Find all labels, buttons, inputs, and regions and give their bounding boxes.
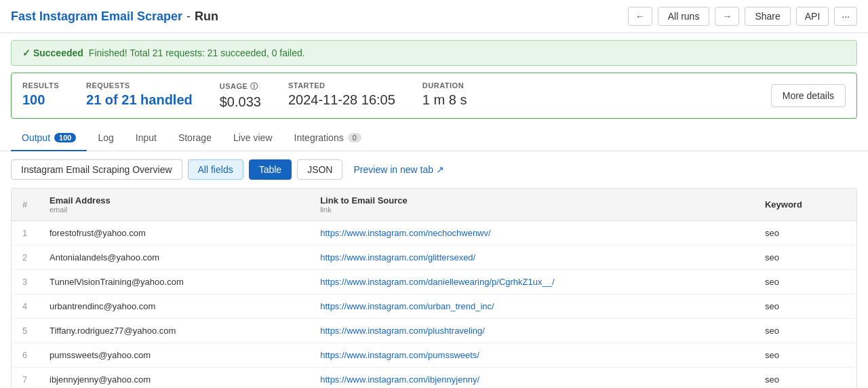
duration-label: DURATION [422, 81, 467, 90]
cell-keyword: seo [754, 221, 856, 246]
table-row: 4 urbantrendinc@yahoo.com https://www.in… [12, 294, 856, 319]
more-options-button[interactable]: ··· [834, 7, 857, 26]
cell-num: 1 [12, 221, 39, 246]
tab-integrations-label: Integrations [294, 132, 344, 143]
cell-email: TunnelVisionTraining@yahoo.com [39, 270, 309, 294]
table-row: 6 pumssweets@yahoo.com https://www.insta… [12, 343, 856, 368]
cell-email: forestofrust@yahoo.com [39, 221, 309, 246]
stats-row: RESULTS 100 REQUESTS 21 of 21 handled US… [11, 73, 857, 119]
tab-output-label: Output [22, 132, 50, 143]
cell-num: 2 [12, 246, 39, 270]
success-check-label: ✓ Succeeded [22, 47, 83, 58]
cell-email: urbantrendinc@yahoo.com [39, 294, 309, 319]
table-header: # Email Address email Link to Email Sour… [12, 189, 856, 221]
tab-integrations[interactable]: Integrations 0 [283, 125, 372, 151]
stat-results: RESULTS 100 [22, 81, 59, 108]
cell-keyword: seo [754, 270, 856, 294]
cell-num: 7 [12, 368, 39, 389]
requests-label: REQUESTS [86, 81, 193, 90]
cell-keyword: seo [754, 294, 856, 319]
tabs-bar: Output 100 Log Input Storage Live view I… [0, 125, 868, 151]
table-row: 7 ibjennyjenny@yahoo.com https://www.ins… [12, 368, 856, 389]
nav-forward-button[interactable]: → [715, 7, 739, 26]
col-header-email: Email Address email [39, 189, 309, 221]
tab-storage[interactable]: Storage [167, 125, 222, 151]
tab-output[interactable]: Output 100 [11, 125, 87, 151]
more-details-button[interactable]: More details [771, 84, 846, 107]
table-header-row: # Email Address email Link to Email Sour… [12, 189, 856, 221]
table-row: 5 Tiffany.rodriguez77@yahoo.com https://… [12, 319, 856, 343]
tab-storage-label: Storage [178, 132, 212, 143]
cell-keyword: seo [754, 368, 856, 389]
api-button[interactable]: API [796, 7, 829, 26]
app-title: Fast Instagram Email Scraper [11, 9, 182, 24]
all-fields-button[interactable]: All fields [188, 159, 243, 180]
tab-input[interactable]: Input [125, 125, 167, 151]
table-row: 3 TunnelVisionTraining@yahoo.com https:/… [12, 270, 856, 294]
table-button[interactable]: Table [249, 159, 292, 180]
all-runs-button[interactable]: All runs [658, 7, 710, 26]
results-table: # Email Address email Link to Email Sour… [12, 189, 856, 388]
tab-log[interactable]: Log [87, 125, 124, 151]
col-header-link-sub: link [320, 206, 743, 214]
stat-requests: REQUESTS 21 of 21 handled [86, 81, 193, 108]
results-label: RESULTS [22, 81, 59, 90]
table-row: 1 forestofrust@yahoo.com https://www.ins… [12, 221, 856, 246]
preview-new-tab-link[interactable]: Preview in new tab ↗ [353, 164, 443, 175]
success-banner: ✓ Succeeded Finished! Total 21 requests:… [11, 40, 857, 66]
cell-link[interactable]: https://www.instagram.com/nechochwenwv/ [309, 221, 754, 246]
cell-keyword: seo [754, 319, 856, 343]
cell-link[interactable]: https://www.instagram.com/plushtraveling… [309, 319, 754, 343]
overview-button[interactable]: Instagram Email Scraping Overview [11, 159, 182, 180]
cell-link[interactable]: https://www.instagram.com/daniellewearin… [309, 270, 754, 294]
cell-email: pumssweets@yahoo.com [39, 343, 309, 368]
stat-duration: DURATION 1 m 8 s [422, 81, 467, 108]
tab-input-label: Input [136, 132, 157, 143]
success-message: Finished! Total 21 requests: 21 succeede… [89, 47, 305, 58]
usage-value: $0.033 [220, 94, 261, 110]
cell-keyword: seo [754, 343, 856, 368]
cell-num: 3 [12, 270, 39, 294]
stat-usage: USAGE ⓘ $0.033 [220, 81, 261, 110]
header: Fast Instagram Email Scraper - Run ← All… [0, 0, 868, 33]
results-value: 100 [22, 92, 59, 108]
cell-email: Antonialandels@yahoo.com [39, 246, 309, 270]
requests-value: 21 of 21 handled [86, 92, 193, 108]
data-table-container: # Email Address email Link to Email Sour… [11, 188, 857, 388]
toolbar: Instagram Email Scraping Overview All fi… [0, 151, 868, 188]
title-separator: - [186, 9, 191, 24]
nav-back-button[interactable]: ← [628, 7, 652, 26]
cell-email: Tiffany.rodriguez77@yahoo.com [39, 319, 309, 343]
cell-link[interactable]: https://www.instagram.com/ibjennyjenny/ [309, 368, 754, 389]
col-header-keyword: Keyword [754, 189, 856, 221]
started-label: STARTED [288, 81, 395, 90]
tab-liveview[interactable]: Live view [222, 125, 283, 151]
json-button[interactable]: JSON [297, 159, 342, 180]
tab-log-label: Log [98, 132, 113, 143]
run-label: Run [195, 9, 218, 24]
duration-value: 1 m 8 s [422, 92, 467, 108]
col-header-num: # [12, 189, 39, 221]
cell-email: ibjennyjenny@yahoo.com [39, 368, 309, 389]
cell-link[interactable]: https://www.instagram.com/urban_trend_in… [309, 294, 754, 319]
cell-num: 4 [12, 294, 39, 319]
usage-label: USAGE ⓘ [220, 81, 261, 92]
header-left: Fast Instagram Email Scraper - Run [11, 9, 218, 24]
cell-link[interactable]: https://www.instagram.com/pumssweets/ [309, 343, 754, 368]
cell-num: 5 [12, 319, 39, 343]
cell-keyword: seo [754, 246, 856, 270]
tab-liveview-label: Live view [233, 132, 273, 143]
col-header-email-sub: email [50, 206, 298, 214]
col-header-link: Link to Email Source link [309, 189, 754, 221]
table-body: 1 forestofrust@yahoo.com https://www.ins… [12, 221, 856, 389]
tab-output-badge: 100 [54, 133, 76, 142]
header-right: ← All runs → Share API ··· [628, 7, 857, 26]
cell-num: 6 [12, 343, 39, 368]
share-button[interactable]: Share [745, 7, 790, 26]
table-row: 2 Antonialandels@yahoo.com https://www.i… [12, 246, 856, 270]
cell-link[interactable]: https://www.instagram.com/glittersexed/ [309, 246, 754, 270]
tab-integrations-badge: 0 [348, 133, 361, 142]
started-value: 2024-11-28 16:05 [288, 92, 395, 108]
stat-started: STARTED 2024-11-28 16:05 [288, 81, 395, 108]
